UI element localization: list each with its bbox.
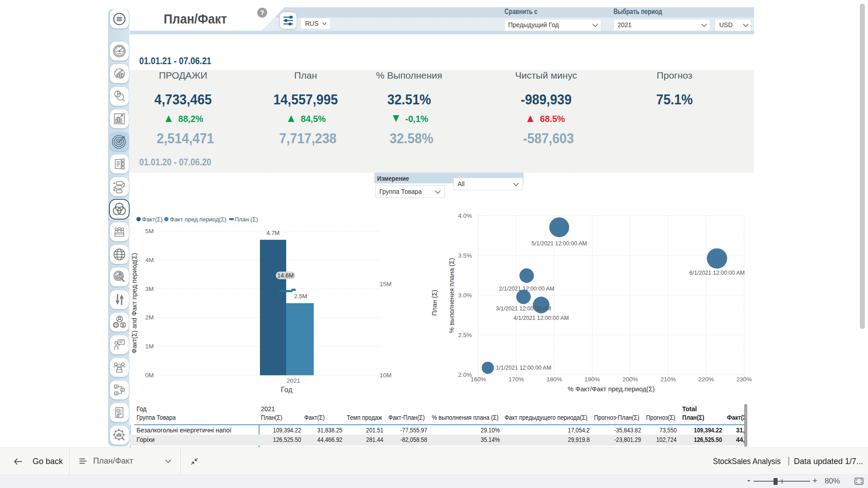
svg-text:3.5%: 3.5% — [458, 252, 472, 259]
svg-text:Факт пред.период(Σ): Факт пред.период(Σ) — [170, 216, 226, 223]
svg-text:5M: 5M — [145, 228, 154, 235]
svg-text:% выполнения плана (Σ): % выполнения плана (Σ) — [448, 258, 455, 333]
svg-text:4/1/2021 12:00:00 AM: 4/1/2021 12:00:00 AM — [514, 315, 569, 321]
svg-text:2021: 2021 — [287, 377, 300, 384]
svg-text:1M: 1M — [145, 343, 154, 350]
svg-text:% Факт/Факт пред.период(Σ): % Факт/Факт пред.период(Σ) — [568, 385, 655, 393]
svg-text:14.6M: 14.6M — [277, 272, 293, 279]
svg-text:2.5M: 2.5M — [294, 293, 307, 300]
svg-text:6/1/2021 12:00:00 AM: 6/1/2021 12:00:00 AM — [689, 270, 745, 276]
svg-text:160%: 160% — [471, 376, 486, 383]
svg-text:170%: 170% — [509, 376, 524, 383]
svg-text:200%: 200% — [623, 376, 638, 383]
svg-text:$: $ — [122, 322, 125, 328]
svg-text:0M: 0M — [145, 372, 154, 379]
svg-text:Факт(Σ) and Факт пред.период(Σ: Факт(Σ) and Факт пред.период(Σ) — [131, 253, 138, 353]
svg-text:180%: 180% — [547, 376, 562, 383]
svg-text:220%: 220% — [698, 376, 714, 383]
svg-text:План (Σ): План (Σ) — [431, 290, 438, 316]
svg-text:1: 1 — [123, 160, 124, 162]
svg-text:4.0%: 4.0% — [458, 212, 472, 219]
svg-text:Факт(Σ): Факт(Σ) — [142, 216, 163, 223]
svg-text:2M: 2M — [145, 314, 154, 321]
svg-text:190%: 190% — [585, 376, 600, 383]
svg-text:Год: Год — [281, 386, 292, 394]
svg-text:4.7M: 4.7M — [267, 230, 280, 236]
svg-text:2.5%: 2.5% — [458, 332, 472, 338]
svg-text:10M: 10M — [380, 372, 392, 379]
svg-text:1/1/2021 12:00:00 AM: 1/1/2021 12:00:00 AM — [496, 365, 551, 371]
svg-text:5/1/2021 12:00:00 AM: 5/1/2021 12:00:00 AM — [532, 240, 587, 247]
svg-text:4M: 4M — [145, 257, 154, 263]
svg-text:230%: 230% — [736, 376, 752, 383]
svg-text:2: 2 — [123, 163, 124, 165]
svg-text:3M: 3M — [145, 286, 154, 292]
svg-text:15M: 15M — [380, 281, 392, 287]
svg-text:2/1/2021 12:00:00 AM: 2/1/2021 12:00:00 AM — [499, 286, 554, 292]
svg-text:3: 3 — [123, 167, 124, 169]
svg-text:План (Σ): План (Σ) — [235, 216, 258, 223]
svg-text:3.0%: 3.0% — [458, 292, 472, 299]
svg-text:2.0%: 2.0% — [458, 371, 472, 378]
svg-text:KPI: KPI — [117, 52, 122, 55]
svg-text:210%: 210% — [660, 376, 676, 383]
svg-text:3/1/2021 12:00:00 AM: 3/1/2021 12:00:00 AM — [496, 305, 551, 312]
